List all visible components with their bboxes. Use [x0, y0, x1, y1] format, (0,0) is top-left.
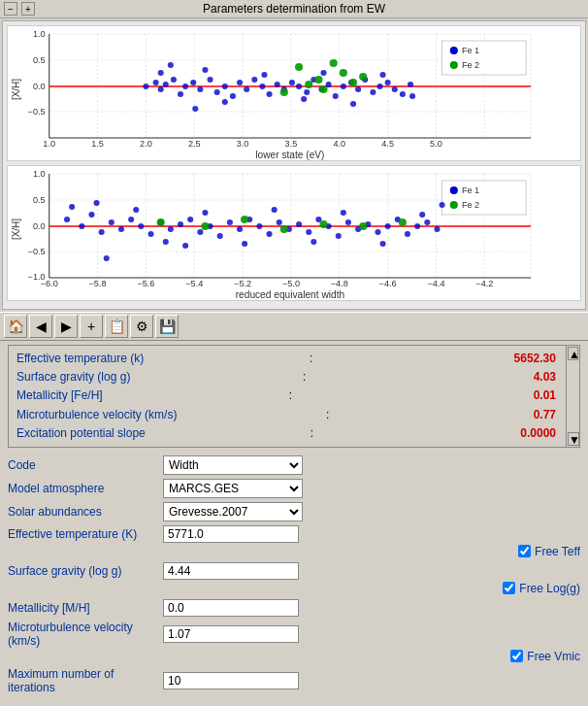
code-select[interactable]: Width — [163, 455, 303, 475]
param-met-value: 0.01 — [478, 387, 556, 405]
toolbar: 🏠 ◀ ▶ + 📋 ⚙ 💾 — [0, 312, 588, 341]
svg-point-46 — [190, 80, 196, 85]
maximize-button[interactable]: + — [21, 2, 35, 16]
svg-point-156 — [237, 226, 243, 232]
svg-text:−5.8: −5.8 — [89, 279, 107, 288]
svg-point-48 — [207, 77, 212, 83]
svg-point-84 — [409, 93, 415, 99]
free-logg-checkbox[interactable] — [503, 582, 515, 594]
svg-point-185 — [310, 239, 316, 245]
free-teff-checkbox[interactable] — [518, 545, 531, 557]
svg-point-75 — [408, 82, 413, 87]
svg-text:Fe 2: Fe 2 — [462, 60, 479, 70]
free-vmic-checkbox[interactable] — [510, 650, 523, 662]
free-vmic-row: Free Vmic — [8, 650, 580, 663]
svg-point-83 — [380, 72, 386, 78]
vmic-input[interactable] — [163, 625, 299, 643]
logg-input[interactable] — [163, 562, 299, 580]
form-area: Effective temperature (k) : 5652.30 Surf… — [0, 341, 588, 706]
svg-point-59 — [289, 80, 295, 85]
svg-point-184 — [272, 207, 278, 213]
svg-point-186 — [341, 210, 346, 216]
svg-point-66 — [341, 84, 346, 89]
svg-text:5.0: 5.0 — [430, 139, 442, 149]
svg-point-88 — [295, 63, 303, 71]
svg-text:3.5: 3.5 — [285, 139, 298, 149]
svg-text:3.0: 3.0 — [237, 139, 249, 149]
svg-point-140 — [79, 223, 84, 229]
svg-rect-134 — [442, 181, 526, 215]
svg-point-95 — [359, 73, 367, 81]
svg-point-179 — [133, 207, 139, 213]
svg-text:0.5: 0.5 — [33, 195, 46, 205]
svg-point-38 — [450, 61, 458, 69]
svg-point-44 — [178, 91, 183, 97]
max-iter-row: Maximum number of iterations — [8, 667, 580, 694]
metallicity-input[interactable] — [163, 599, 299, 617]
svg-point-47 — [197, 86, 203, 92]
free-logg-label: Free Log(g) — [519, 582, 580, 595]
svg-text:reduced equivalent width: reduced equivalent width — [236, 289, 344, 300]
svg-point-71 — [376, 84, 382, 89]
back-button[interactable]: ◀ — [29, 315, 52, 338]
svg-point-163 — [306, 229, 311, 235]
svg-point-180 — [163, 239, 169, 245]
window-title: Parameters determination from EW — [35, 2, 553, 16]
free-vmic-label: Free Vmic — [527, 650, 580, 663]
svg-point-53 — [244, 86, 249, 92]
teff-input[interactable] — [163, 525, 299, 543]
svg-point-142 — [99, 229, 105, 235]
code-label: Code — [8, 458, 163, 472]
copy-button[interactable]: 📋 — [105, 315, 128, 338]
minimize-button[interactable]: − — [4, 2, 17, 16]
svg-text:−5.4: −5.4 — [185, 279, 203, 288]
save-button[interactable]: 💾 — [155, 315, 179, 338]
svg-text:Fe 1: Fe 1 — [462, 46, 479, 55]
svg-point-94 — [349, 79, 357, 86]
svg-point-73 — [392, 86, 398, 92]
home-button[interactable]: 🏠 — [4, 315, 27, 338]
svg-point-173 — [405, 231, 410, 237]
model-label: Model atmosphere — [8, 482, 163, 495]
svg-point-189 — [104, 255, 110, 261]
svg-point-181 — [182, 243, 188, 249]
svg-point-147 — [147, 231, 153, 237]
svg-point-192 — [201, 222, 209, 230]
svg-point-43 — [171, 77, 177, 83]
params-scrollbar[interactable]: ▲ ▼ — [566, 346, 579, 447]
svg-point-96 — [280, 88, 288, 96]
param-row-logg: Surface gravity (log g) : 4.03 — [16, 368, 572, 387]
svg-point-151 — [187, 217, 193, 222]
svg-point-82 — [350, 101, 356, 107]
svg-point-170 — [375, 229, 380, 235]
svg-point-187 — [380, 241, 386, 247]
svg-point-152 — [197, 229, 203, 235]
param-exc-label: Excitation potential slope — [16, 424, 146, 443]
model-select[interactable]: MARCS.GES — [163, 479, 303, 498]
max-iter-input[interactable] — [163, 672, 299, 689]
svg-text:[X/H]: [X/H] — [11, 79, 21, 100]
code-row: Code Width — [8, 455, 580, 475]
svg-text:2.5: 2.5 — [188, 139, 201, 149]
param-row-vmic: Microturbulence velocity (km/s) : 0.77 — [16, 406, 572, 424]
svg-point-154 — [217, 233, 223, 239]
svg-point-164 — [315, 217, 321, 222]
forward-button[interactable]: ▶ — [54, 315, 78, 338]
svg-point-171 — [385, 223, 391, 229]
svg-point-137 — [450, 201, 458, 209]
svg-text:4.0: 4.0 — [333, 139, 345, 149]
solar-select[interactable]: Grevesse.2007 — [163, 502, 303, 521]
svg-point-188 — [419, 212, 425, 218]
svg-rect-35 — [442, 41, 526, 75]
svg-point-40 — [153, 80, 159, 85]
svg-text:[X/H]: [X/H] — [11, 219, 21, 240]
svg-point-86 — [168, 62, 174, 68]
zoom-button[interactable]: + — [80, 315, 103, 338]
param-vmic-label: Microturbulence velocity (km/s) — [16, 406, 177, 424]
settings-button[interactable]: ⚙ — [130, 315, 153, 338]
svg-point-70 — [370, 89, 376, 95]
svg-text:−4.2: −4.2 — [475, 279, 493, 288]
svg-point-42 — [163, 82, 169, 87]
svg-point-81 — [320, 70, 326, 76]
params-display: Effective temperature (k) : 5652.30 Surf… — [8, 345, 580, 448]
